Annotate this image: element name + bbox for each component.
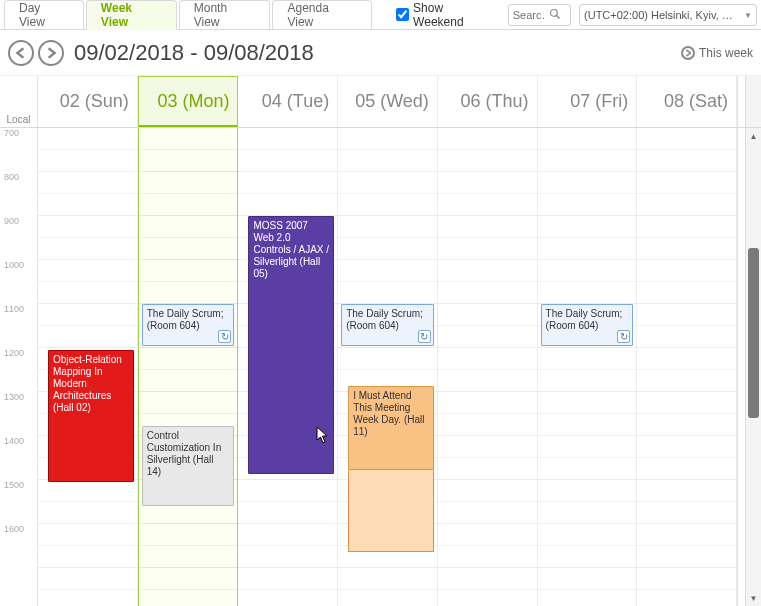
prev-week-button[interactable]: [8, 40, 34, 66]
scrollbar-thumb[interactable]: [748, 248, 759, 418]
hour-label: 1400: [0, 436, 37, 446]
show-weekend-input[interactable]: [396, 8, 409, 21]
timezone-gutter-header: Local: [0, 76, 38, 127]
grid-gap: [737, 128, 745, 606]
recurrence-icon: ↻: [617, 330, 630, 343]
day-col-tue[interactable]: MOSS 2007 Web 2.0 Controls / AJAX / Silv…: [238, 128, 338, 606]
day-header-thu[interactable]: 06 (Thu): [438, 76, 538, 127]
this-week-label: This week: [699, 46, 753, 60]
calendar-grid: 700 800 900 1000 1100 1200 1300 1400 150…: [0, 128, 761, 606]
search-input[interactable]: [509, 9, 549, 21]
hour-label: 1300: [0, 392, 37, 402]
vertical-scrollbar[interactable]: ▲ ▼: [745, 128, 761, 606]
hour-label: 1500: [0, 480, 37, 490]
hour-label: 1200: [0, 348, 37, 358]
day-header-row: Local 02 (Sun) 03 (Mon) 04 (Tue) 05 (Wed…: [0, 76, 761, 128]
event-title: Control Customization In Silverlight (Ha…: [147, 430, 221, 477]
tab-day-view[interactable]: Day View: [4, 0, 84, 29]
hour-label: 800: [0, 172, 37, 182]
timezone-label: (UTC+02:00) Helsinki, Kyiv, Riga,: [584, 9, 740, 21]
date-range-label: 09/02/2018 - 09/08/2018: [74, 40, 314, 66]
day-header-wed[interactable]: 05 (Wed): [338, 76, 438, 127]
event-title: MOSS 2007 Web 2.0 Controls / AJAX / Silv…: [253, 220, 329, 279]
event-status-stripe: [48, 351, 49, 481]
recurrence-icon: ↻: [218, 330, 231, 343]
day-header-mon[interactable]: 03 (Mon): [138, 76, 239, 127]
next-week-button[interactable]: [38, 40, 64, 66]
event-status-stripe: [248, 217, 249, 473]
recurrence-icon: ↻: [418, 330, 431, 343]
day-header-sat[interactable]: 08 (Sat): [637, 76, 737, 127]
event-must-attend-meeting-tail[interactable]: [348, 470, 434, 552]
event-title: The Daily Scrum; (Room 604): [346, 308, 423, 331]
day-header-fri[interactable]: 07 (Fri): [538, 76, 638, 127]
day-col-mon[interactable]: The Daily Scrum; (Room 604) ↻ Control Cu…: [138, 128, 239, 606]
event-daily-scrum-fri[interactable]: The Daily Scrum; (Room 604) ↻: [541, 304, 634, 346]
hour-label: 1100: [0, 304, 37, 314]
show-weekend-checkbox[interactable]: Show Weekend: [390, 0, 502, 29]
search-icon[interactable]: [549, 8, 563, 23]
tab-month-view[interactable]: Month View: [179, 0, 271, 29]
svg-line-1: [556, 15, 559, 18]
event-title: Object-Relation Mapping In Modern Archit…: [53, 354, 122, 413]
hour-label: 900: [0, 216, 37, 226]
day-col-wed[interactable]: The Daily Scrum; (Room 604) ↻ I Must Att…: [338, 128, 438, 606]
svg-point-0: [550, 9, 557, 16]
grid-columns: Object-Relation Mapping In Modern Archit…: [38, 128, 737, 606]
tab-agenda-view[interactable]: Agenda View: [272, 0, 372, 29]
chevron-down-icon: ▼: [740, 11, 752, 20]
tab-week-view[interactable]: Week View: [86, 0, 177, 30]
hour-label: 1600: [0, 524, 37, 534]
event-title: The Daily Scrum; (Room 604): [147, 308, 224, 331]
event-title: The Daily Scrum; (Room 604): [546, 308, 623, 331]
main-toolbar: Day View Week View Month View Agenda Vie…: [0, 0, 761, 30]
scroll-down-icon[interactable]: ▼: [746, 590, 761, 606]
hour-label: 700: [0, 128, 37, 138]
event-daily-scrum-mon[interactable]: The Daily Scrum; (Room 604) ↻: [142, 304, 235, 346]
event-status-stripe: [348, 387, 349, 469]
day-col-fri[interactable]: The Daily Scrum; (Room 604) ↻: [538, 128, 638, 606]
day-col-sat[interactable]: [637, 128, 737, 606]
show-weekend-label: Show Weekend: [413, 1, 496, 29]
event-moss-2007[interactable]: MOSS 2007 Web 2.0 Controls / AJAX / Silv…: [248, 216, 334, 474]
time-gutter: 700 800 900 1000 1100 1200 1300 1400 150…: [0, 128, 38, 606]
event-daily-scrum-wed[interactable]: The Daily Scrum; (Room 604) ↻: [341, 304, 434, 346]
event-must-attend-meeting[interactable]: I Must Attend This Meeting Week Day. (Ha…: [348, 386, 434, 470]
scroll-up-icon[interactable]: ▲: [746, 128, 761, 144]
event-object-relation[interactable]: Object-Relation Mapping In Modern Archit…: [48, 350, 134, 482]
day-header-sun[interactable]: 02 (Sun): [38, 76, 138, 127]
day-col-thu[interactable]: [438, 128, 538, 606]
target-icon: [681, 46, 695, 60]
event-control-customization[interactable]: Control Customization In Silverlight (Ha…: [142, 426, 235, 506]
timezone-select[interactable]: (UTC+02:00) Helsinki, Kyiv, Riga, ▼: [579, 4, 757, 26]
day-header-tue[interactable]: 04 (Tue): [238, 76, 338, 127]
calendar: Local 02 (Sun) 03 (Mon) 04 (Tue) 05 (Wed…: [0, 76, 761, 606]
date-header: 09/02/2018 - 09/08/2018 This week: [0, 30, 761, 76]
day-col-sun[interactable]: Object-Relation Mapping In Modern Archit…: [38, 128, 138, 606]
search-box[interactable]: [508, 4, 571, 26]
this-week-button[interactable]: This week: [681, 46, 753, 60]
event-status-stripe: [348, 470, 349, 551]
hour-label: 1000: [0, 260, 37, 270]
event-title: I Must Attend This Meeting Week Day. (Ha…: [353, 390, 424, 437]
